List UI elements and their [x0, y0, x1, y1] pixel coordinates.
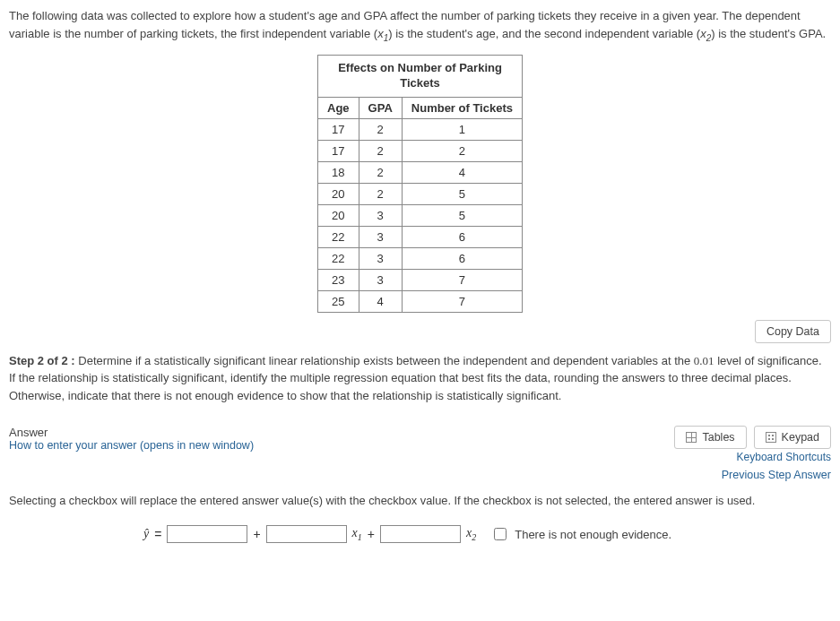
previous-step-answer-link[interactable]: Previous Step Answer [722, 469, 831, 481]
table-row: 2035 [318, 204, 523, 226]
x1-term: x1 [352, 526, 362, 542]
copy-data-button[interactable]: Copy Data [755, 320, 831, 343]
col-age: Age [318, 97, 359, 118]
not-enough-evidence-checkbox[interactable] [494, 528, 507, 540]
table-row: 2025 [318, 183, 523, 204]
answer-label: Answer [9, 426, 254, 439]
intro-text-b: ) is the student's age, and the second i… [388, 27, 700, 40]
table-icon [686, 432, 697, 443]
checkbox-help-text: Selecting a checkbox will replace the en… [9, 494, 831, 507]
keypad-icon [766, 432, 776, 443]
x2-term: x2 [466, 526, 476, 542]
table-row: 2547 [318, 290, 523, 312]
table-row: 2337 [318, 269, 523, 290]
plus-sign-2: + [368, 527, 375, 541]
not-enough-evidence-option[interactable]: There is not enough evidence. [490, 525, 671, 543]
keyboard-shortcuts-link[interactable]: Keyboard Shortcuts [737, 451, 831, 463]
keypad-button[interactable]: Keypad [754, 426, 831, 449]
how-to-enter-link[interactable]: How to enter your answer (opens in new w… [9, 439, 254, 452]
step-label: Step 2 of 2 : [9, 354, 75, 367]
table-row: 1824 [318, 161, 523, 183]
plus-sign-1: + [253, 527, 260, 541]
table-row: 2236 [318, 247, 523, 269]
not-enough-evidence-label: There is not enough evidence. [515, 528, 671, 541]
intercept-input[interactable] [167, 525, 247, 543]
equals-sign: = [154, 527, 161, 541]
var-x1: x1 [377, 27, 388, 40]
col-gpa: GPA [359, 97, 402, 118]
intro-text-c: ) is the student's GPA. [711, 27, 826, 40]
data-table: Effects on Number of Parking Tickets Age… [317, 55, 523, 313]
coef-x2-input[interactable] [380, 525, 461, 543]
table-row: 2236 [318, 226, 523, 247]
table-row: 1721 [318, 118, 523, 140]
y-hat-symbol: ŷ [143, 527, 149, 541]
col-tickets: Number of Tickets [402, 97, 522, 118]
coef-x1-input[interactable] [266, 525, 347, 543]
table-row: 1722 [318, 140, 523, 161]
equation-input-row: ŷ = + x1 + x2 There is not enough eviden… [9, 525, 831, 543]
problem-intro: The following data was collected to expl… [9, 7, 831, 44]
table-caption: Effects on Number of Parking Tickets [317, 55, 523, 97]
var-x2: x2 [700, 27, 711, 40]
step-instructions: Step 2 of 2 : Determine if a statistical… [9, 352, 831, 405]
table-header-row: Age GPA Number of Tickets [318, 97, 523, 118]
tables-button[interactable]: Tables [674, 426, 746, 449]
